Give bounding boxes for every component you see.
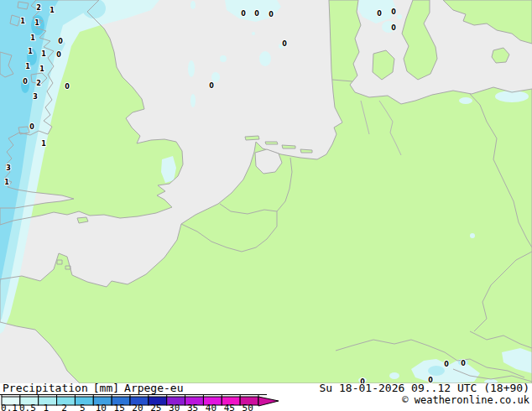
precip-value-label: 0: [391, 8, 396, 16]
precip-value-label: 2: [36, 80, 41, 87]
precip-value-label: 1: [41, 140, 46, 148]
scale-value-label: 50: [243, 404, 253, 411]
legend-bar: Precipitation[mm]Arpege-eu Su 18-01-2026…: [0, 383, 532, 411]
precip-value-label: 0: [461, 360, 466, 367]
scale-value-label: 1: [43, 404, 49, 411]
scale-value-label: 30: [169, 404, 180, 411]
precip-value-label: 1: [30, 34, 35, 42]
scale-value-label: 20: [132, 404, 143, 411]
precip-value-label: 0: [209, 82, 214, 90]
precip-value-label: 3: [33, 93, 38, 101]
forecast-datetime: Su 18-01-2026 09..12 UTC (18+90): [320, 382, 529, 394]
scale-value-label: 0.5: [19, 404, 36, 411]
legend-title: Precipitation[mm]Arpege-eu: [3, 382, 189, 394]
precip-value-label: 0: [254, 10, 259, 18]
scale-value-label: 2: [61, 404, 67, 411]
scale-value-label: 35: [187, 404, 198, 411]
weather-map-frame: 2111101101102030131000000000000 Precipit…: [0, 0, 532, 411]
precip-value-label: 2: [36, 4, 41, 12]
precip-value-label: 1: [4, 179, 9, 186]
precip-value-label: 1: [20, 18, 25, 25]
precip-value-label: 0: [23, 78, 28, 86]
scale-value-label: 40: [206, 404, 216, 411]
precip-value-label: 0: [56, 51, 61, 59]
precip-value-label: 1: [28, 48, 33, 55]
precip-value-label: 3: [6, 164, 11, 172]
copyright-text: © weatheronline.co.uk: [402, 394, 529, 406]
precip-value-label: 0: [282, 40, 287, 48]
scale-value-label: 45: [224, 404, 235, 411]
scale-value-label: 15: [114, 404, 125, 411]
precip-value-label: 0: [391, 24, 396, 32]
scale-value-label: 25: [150, 404, 161, 411]
scale-value-label: 10: [96, 404, 107, 411]
precip-value-label: 0: [65, 83, 70, 91]
precip-value-label: 0: [377, 10, 382, 18]
precip-value-label: 1: [34, 19, 39, 27]
precip-value-label: 0: [241, 10, 246, 18]
precip-value-label: 1: [41, 50, 46, 58]
precip-value-label: 0: [269, 11, 274, 18]
legend-unit: [mm]: [93, 382, 119, 394]
precip-value-label: 0: [58, 38, 63, 45]
precip-value-label: 0: [29, 123, 34, 131]
precip-value-label: 1: [39, 65, 44, 73]
precipitation-map: 2111101101102030131000000000000: [0, 0, 532, 383]
map-canvas: 2111101101102030131000000000000: [0, 0, 532, 383]
legend-model: Arpege-eu: [124, 382, 183, 394]
scale-value-label: 5: [80, 404, 86, 411]
precip-value-label: 0: [444, 361, 449, 368]
scale-labels: 0.10.5125101520253035404550: [0, 404, 285, 411]
precip-value-label: 1: [25, 63, 30, 70]
scale-value-label: 0.1: [1, 404, 18, 411]
legend-parameter: Precipitation: [3, 382, 88, 394]
precip-value-label: 1: [50, 7, 55, 14]
